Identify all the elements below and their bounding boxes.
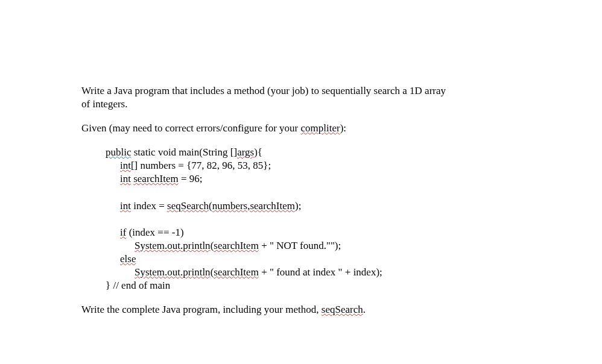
code-l1-rest: static void main(String []	[131, 146, 238, 158]
code-l3-rest: = 96;	[179, 173, 203, 184]
code-line-6: System.out.println(searchItem + " NOT fo…	[106, 239, 521, 253]
code-l4-rest1: index =	[131, 200, 167, 212]
code-line-8: System.out.println(searchItem + " found …	[106, 266, 521, 279]
given-suffix: ):	[340, 122, 346, 134]
kw-searchItem3: searchItem	[214, 266, 259, 278]
code-line-3: int searchItem = 96;	[106, 172, 521, 186]
kw-args: args	[237, 146, 254, 158]
given-compliter: compliter	[300, 122, 340, 134]
code-line-5: if (index == -1)	[106, 226, 521, 239]
code-block: public static void main(String []args){ …	[81, 146, 521, 292]
given-prefix: Given (may need to correct errors/config…	[81, 122, 300, 134]
kw-int: int	[120, 173, 131, 184]
kw-numsearch: numbers,searchItem	[212, 200, 295, 212]
code-line-4: int index = seqSearch(numbers,searchItem…	[106, 199, 521, 213]
kw-sys1: System.out.println	[135, 240, 211, 251]
kw-searchItem: searchItem	[133, 173, 179, 184]
closing-seqSearch: seqSearch	[322, 304, 363, 315]
intro-line-1: Write a Java program that includes a met…	[81, 85, 446, 96]
code-line-2: int[] numbers = {77, 82, 96, 53, 85};	[106, 159, 521, 172]
code-l4-tail: );	[295, 200, 301, 212]
kw-int-arr: int[]	[120, 160, 138, 171]
code-line-1: public static void main(String []args){	[106, 146, 521, 159]
kw-int2: int	[120, 200, 131, 212]
blank-line-1	[106, 186, 521, 199]
kw-public: public	[106, 146, 131, 158]
given-paragraph: Given (may need to correct errors/config…	[81, 122, 521, 135]
intro-paragraph: Write a Java program that includes a met…	[81, 84, 521, 111]
kw-seqSearch: seqSearch	[167, 200, 209, 212]
code-l1-tail: ){	[254, 146, 262, 158]
code-l6-rest: + " NOT found."");	[259, 240, 341, 251]
kw-else: else	[120, 253, 136, 265]
closing-prefix: Write the complete Java program, includi…	[81, 304, 322, 315]
code-line-9: } // end of main	[106, 279, 521, 292]
kw-sys2: System.out.println	[135, 266, 211, 278]
code-line-7: else	[106, 253, 521, 266]
code-l8-rest: + " found at index " + index);	[259, 266, 382, 278]
code-l5-rest: (index == -1)	[126, 227, 183, 238]
closing-paragraph: Write the complete Java program, includi…	[81, 303, 521, 316]
code-l2-rest: numbers = {77, 82, 96, 53, 85};	[138, 160, 271, 171]
intro-line-2: of integers.	[81, 98, 127, 110]
kw-searchItem2: searchItem	[214, 240, 259, 251]
closing-suffix: .	[363, 304, 366, 315]
code-l9-text: } // end of main	[106, 280, 170, 291]
blank-line-2	[106, 213, 521, 226]
kw-if: if	[120, 227, 126, 238]
